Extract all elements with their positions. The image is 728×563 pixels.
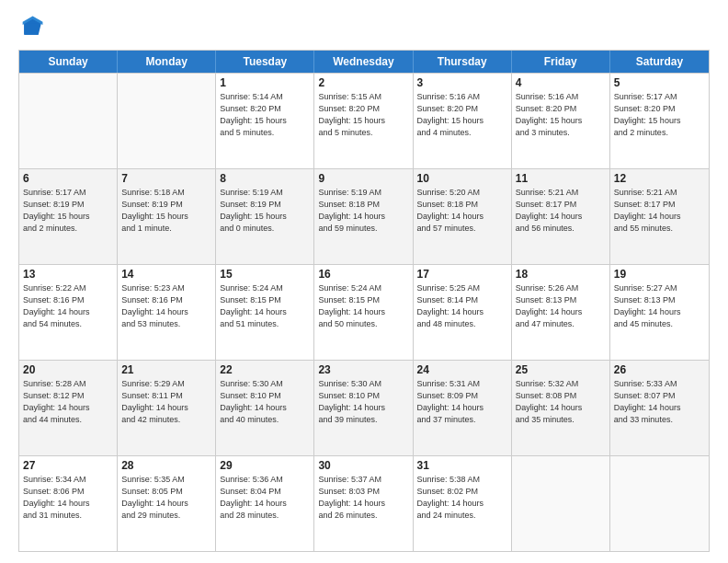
day-info: Sunrise: 5:24 AM Sunset: 8:15 PM Dayligh… [318, 282, 408, 330]
calendar-cell-day-31: 31Sunrise: 5:38 AM Sunset: 8:02 PM Dayli… [414, 456, 512, 551]
day-number: 7 [121, 172, 211, 185]
calendar-week-3: 13Sunrise: 5:22 AM Sunset: 8:16 PM Dayli… [19, 264, 709, 360]
day-number: 21 [121, 363, 211, 376]
calendar-header: SundayMondayTuesdayWednesdayThursdayFrid… [19, 51, 709, 73]
day-info: Sunrise: 5:30 AM Sunset: 8:10 PM Dayligh… [318, 378, 408, 426]
calendar-cell-day-21: 21Sunrise: 5:29 AM Sunset: 8:11 PM Dayli… [118, 361, 216, 455]
calendar-cell-day-23: 23Sunrise: 5:30 AM Sunset: 8:10 PM Dayli… [314, 361, 413, 455]
day-number: 24 [417, 363, 507, 376]
day-info: Sunrise: 5:14 AM Sunset: 8:20 PM Dayligh… [220, 91, 310, 139]
day-info: Sunrise: 5:27 AM Sunset: 8:13 PM Dayligh… [614, 282, 705, 330]
day-info: Sunrise: 5:17 AM Sunset: 8:19 PM Dayligh… [23, 187, 113, 235]
day-number: 6 [23, 172, 113, 185]
calendar-header-sunday: Sunday [19, 51, 118, 73]
calendar-cell-day-24: 24Sunrise: 5:31 AM Sunset: 8:09 PM Dayli… [414, 361, 512, 455]
page: SundayMondayTuesdayWednesdayThursdayFrid… [0, 0, 728, 563]
calendar-header-thursday: Thursday [414, 51, 512, 73]
day-info: Sunrise: 5:16 AM Sunset: 8:20 PM Dayligh… [417, 91, 507, 139]
calendar-header-friday: Friday [512, 51, 610, 73]
day-number: 27 [23, 459, 113, 472]
day-info: Sunrise: 5:16 AM Sunset: 8:20 PM Dayligh… [516, 91, 606, 139]
calendar-cell-day-8: 8Sunrise: 5:19 AM Sunset: 8:19 PM Daylig… [216, 169, 314, 264]
calendar-header-monday: Monday [118, 51, 216, 73]
calendar-cell-day-6: 6Sunrise: 5:17 AM Sunset: 8:19 PM Daylig… [19, 169, 118, 264]
day-number: 30 [318, 459, 408, 472]
calendar-cell-day-17: 17Sunrise: 5:25 AM Sunset: 8:14 PM Dayli… [414, 265, 512, 360]
day-number: 18 [516, 268, 606, 281]
calendar-cell-day-15: 15Sunrise: 5:24 AM Sunset: 8:15 PM Dayli… [216, 265, 314, 360]
day-number: 12 [614, 172, 705, 185]
day-number: 3 [417, 76, 507, 89]
calendar-cell-day-30: 30Sunrise: 5:37 AM Sunset: 8:03 PM Dayli… [314, 456, 413, 551]
day-info: Sunrise: 5:22 AM Sunset: 8:16 PM Dayligh… [23, 282, 113, 330]
calendar-cell-empty [512, 456, 610, 551]
calendar-week-5: 27Sunrise: 5:34 AM Sunset: 8:06 PM Dayli… [19, 455, 709, 551]
day-info: Sunrise: 5:19 AM Sunset: 8:19 PM Dayligh… [220, 187, 310, 235]
day-info: Sunrise: 5:31 AM Sunset: 8:09 PM Dayligh… [417, 378, 507, 426]
day-number: 22 [220, 363, 310, 376]
calendar-cell-day-13: 13Sunrise: 5:22 AM Sunset: 8:16 PM Dayli… [19, 265, 118, 360]
calendar-cell-day-28: 28Sunrise: 5:35 AM Sunset: 8:05 PM Dayli… [118, 456, 216, 551]
day-number: 25 [516, 363, 606, 376]
day-number: 28 [121, 459, 211, 472]
calendar-cell-day-29: 29Sunrise: 5:36 AM Sunset: 8:04 PM Dayli… [216, 456, 314, 551]
calendar-cell-day-9: 9Sunrise: 5:19 AM Sunset: 8:18 PM Daylig… [314, 169, 413, 264]
day-number: 13 [23, 268, 113, 281]
calendar-cell-empty [118, 74, 216, 168]
day-info: Sunrise: 5:30 AM Sunset: 8:10 PM Dayligh… [220, 378, 310, 426]
day-number: 11 [516, 172, 606, 185]
day-info: Sunrise: 5:34 AM Sunset: 8:06 PM Dayligh… [23, 474, 113, 522]
day-number: 9 [318, 172, 408, 185]
calendar-cell-day-22: 22Sunrise: 5:30 AM Sunset: 8:10 PM Dayli… [216, 361, 314, 455]
calendar-week-1: 1Sunrise: 5:14 AM Sunset: 8:20 PM Daylig… [19, 73, 709, 168]
calendar-header-wednesday: Wednesday [314, 51, 413, 73]
day-info: Sunrise: 5:19 AM Sunset: 8:18 PM Dayligh… [318, 187, 408, 235]
day-number: 23 [318, 363, 408, 376]
header [18, 15, 710, 40]
day-info: Sunrise: 5:26 AM Sunset: 8:13 PM Dayligh… [516, 282, 606, 330]
calendar-cell-day-4: 4Sunrise: 5:16 AM Sunset: 8:20 PM Daylig… [512, 74, 610, 168]
calendar-cell-day-27: 27Sunrise: 5:34 AM Sunset: 8:06 PM Dayli… [19, 456, 118, 551]
calendar-cell-day-26: 26Sunrise: 5:33 AM Sunset: 8:07 PM Dayli… [610, 361, 709, 455]
calendar-cell-day-7: 7Sunrise: 5:18 AM Sunset: 8:19 PM Daylig… [118, 169, 216, 264]
day-number: 5 [614, 76, 705, 89]
calendar-cell-day-19: 19Sunrise: 5:27 AM Sunset: 8:13 PM Dayli… [610, 265, 709, 360]
day-number: 19 [614, 268, 705, 281]
day-info: Sunrise: 5:21 AM Sunset: 8:17 PM Dayligh… [516, 187, 606, 235]
day-info: Sunrise: 5:21 AM Sunset: 8:17 PM Dayligh… [614, 187, 705, 235]
calendar-week-4: 20Sunrise: 5:28 AM Sunset: 8:12 PM Dayli… [19, 360, 709, 455]
calendar-cell-day-25: 25Sunrise: 5:32 AM Sunset: 8:08 PM Dayli… [512, 361, 610, 455]
svg-rect-2 [24, 23, 39, 34]
calendar-cell-day-11: 11Sunrise: 5:21 AM Sunset: 8:17 PM Dayli… [512, 169, 610, 264]
calendar-cell-day-14: 14Sunrise: 5:23 AM Sunset: 8:16 PM Dayli… [118, 265, 216, 360]
day-info: Sunrise: 5:23 AM Sunset: 8:16 PM Dayligh… [121, 282, 211, 330]
calendar-cell-day-16: 16Sunrise: 5:24 AM Sunset: 8:15 PM Dayli… [314, 265, 413, 360]
day-info: Sunrise: 5:33 AM Sunset: 8:07 PM Dayligh… [614, 378, 705, 426]
calendar-cell-day-3: 3Sunrise: 5:16 AM Sunset: 8:20 PM Daylig… [414, 74, 512, 168]
day-number: 10 [417, 172, 507, 185]
logo-icon [18, 15, 44, 40]
day-info: Sunrise: 5:37 AM Sunset: 8:03 PM Dayligh… [318, 474, 408, 522]
day-info: Sunrise: 5:25 AM Sunset: 8:14 PM Dayligh… [417, 282, 507, 330]
day-number: 15 [220, 268, 310, 281]
day-number: 26 [614, 363, 705, 376]
calendar-cell-day-1: 1Sunrise: 5:14 AM Sunset: 8:20 PM Daylig… [216, 74, 314, 168]
day-number: 20 [23, 363, 113, 376]
calendar-cell-day-10: 10Sunrise: 5:20 AM Sunset: 8:18 PM Dayli… [414, 169, 512, 264]
calendar-week-2: 6Sunrise: 5:17 AM Sunset: 8:19 PM Daylig… [19, 168, 709, 264]
day-number: 14 [121, 268, 211, 281]
day-info: Sunrise: 5:28 AM Sunset: 8:12 PM Dayligh… [23, 378, 113, 426]
day-number: 4 [516, 76, 606, 89]
day-info: Sunrise: 5:32 AM Sunset: 8:08 PM Dayligh… [516, 378, 606, 426]
calendar-cell-day-5: 5Sunrise: 5:17 AM Sunset: 8:20 PM Daylig… [610, 74, 709, 168]
calendar-cell-day-20: 20Sunrise: 5:28 AM Sunset: 8:12 PM Dayli… [19, 361, 118, 455]
day-info: Sunrise: 5:38 AM Sunset: 8:02 PM Dayligh… [417, 474, 507, 522]
calendar-cell-day-18: 18Sunrise: 5:26 AM Sunset: 8:13 PM Dayli… [512, 265, 610, 360]
calendar-cell-empty [610, 456, 709, 551]
calendar-body: 1Sunrise: 5:14 AM Sunset: 8:20 PM Daylig… [19, 73, 709, 551]
day-number: 8 [220, 172, 310, 185]
day-number: 17 [417, 268, 507, 281]
day-info: Sunrise: 5:18 AM Sunset: 8:19 PM Dayligh… [121, 187, 211, 235]
day-info: Sunrise: 5:24 AM Sunset: 8:15 PM Dayligh… [220, 282, 310, 330]
calendar-cell-day-12: 12Sunrise: 5:21 AM Sunset: 8:17 PM Dayli… [610, 169, 709, 264]
